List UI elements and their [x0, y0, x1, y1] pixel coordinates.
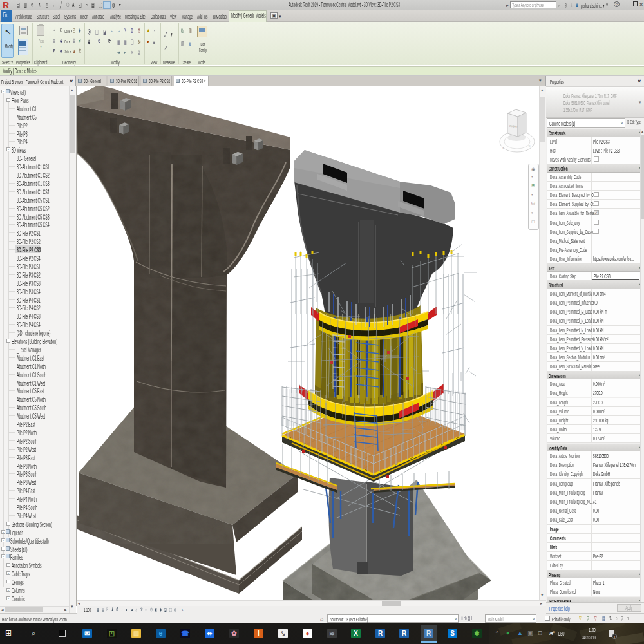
- svg-text:E: E: [529, 144, 531, 147]
- svg-text:RIGHT: RIGHT: [509, 124, 518, 128]
- svg-text:S: S: [502, 147, 504, 150]
